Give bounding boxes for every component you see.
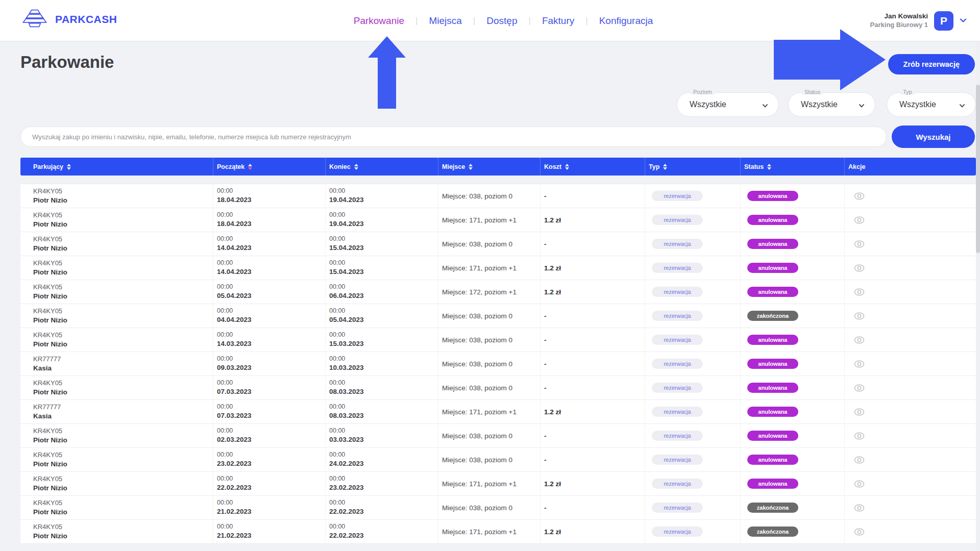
column-header[interactable]: Status	[740, 158, 844, 176]
cell-poczatek: 00:00 14.04.2023	[213, 232, 325, 256]
end-date: 19.04.2023	[329, 195, 438, 205]
cell-koniec: 00:00 23.02.2023	[325, 472, 438, 495]
cell-koniec: 00:00 06.04.2023	[325, 280, 438, 304]
view-details-eye-icon[interactable]	[853, 214, 976, 226]
cost-value: -	[544, 336, 645, 344]
filter-label: Status	[802, 89, 823, 95]
cell-koszt: -	[540, 352, 645, 375]
nav-item-parkowanie[interactable]: Parkowanie	[352, 15, 406, 27]
search-button[interactable]: Wyszukaj	[892, 126, 975, 148]
view-details-eye-icon[interactable]	[853, 286, 976, 298]
cell-poczatek: 00:00 05.04.2023	[213, 280, 325, 304]
sort-icon[interactable]	[248, 164, 252, 170]
column-label: Koszt	[544, 163, 561, 170]
user-info: Jan Kowalski Parking Biurowy 1	[870, 12, 928, 29]
view-details-eye-icon[interactable]	[853, 406, 976, 418]
status-badge: anulowana	[747, 263, 798, 273]
view-details-eye-icon[interactable]	[853, 190, 976, 202]
filter-select-status[interactable]: Status Wszystkie	[788, 92, 875, 117]
place-label: Miejsce: 171, poziom +1	[442, 480, 540, 488]
sort-icon[interactable]	[565, 164, 569, 170]
view-details-eye-icon[interactable]	[853, 382, 976, 394]
view-details-eye-icon[interactable]	[853, 238, 976, 250]
column-label: Początek	[217, 163, 244, 170]
cell-typ: rezerwacja	[645, 208, 740, 232]
column-header[interactable]: Typ	[645, 158, 740, 176]
filter-label: Poziom	[691, 89, 715, 95]
sort-icon[interactable]	[354, 164, 358, 170]
cell-koszt: -	[540, 496, 645, 519]
view-details-eye-icon[interactable]	[853, 262, 976, 274]
view-details-eye-icon[interactable]	[853, 478, 976, 490]
place-label: Miejsce: 038, poziom 0	[442, 504, 540, 512]
plate-number: KR4KY05	[33, 283, 213, 292]
view-details-eye-icon[interactable]	[853, 430, 976, 442]
cell-koniec: 00:00 05.04.2023	[325, 304, 438, 328]
end-time: 00:00	[329, 427, 438, 435]
view-details-eye-icon[interactable]	[853, 502, 976, 514]
table-row: KR4KY05 Piotr Nizio 00:00 04.04.2023 00:…	[20, 304, 976, 328]
start-date: 07.03.2023	[217, 411, 325, 420]
brand-name: PARKCASH	[55, 13, 117, 26]
search-input[interactable]	[20, 127, 887, 147]
cell-akcje	[844, 280, 976, 304]
cell-akcje	[844, 400, 976, 423]
nav-item-dostep[interactable]: Dostęp	[484, 15, 519, 27]
status-badge: zakończona	[747, 527, 798, 537]
cell-poczatek: 00:00 18.04.2023	[213, 184, 325, 208]
status-badge: anulowana	[747, 215, 798, 225]
view-details-eye-icon[interactable]	[853, 454, 976, 466]
chevron-down-icon	[762, 102, 768, 108]
filter-select-poziom[interactable]: Poziom Wszystkie	[677, 92, 779, 117]
filter-select-typ[interactable]: Typ Wszystkie	[887, 92, 976, 117]
cell-miejsce: Miejsce: 038, poziom 0	[438, 424, 540, 447]
start-date: 04.04.2023	[217, 315, 325, 324]
view-details-eye-icon[interactable]	[853, 334, 976, 346]
cell-parkujacy: KR4KY05 Piotr Nizio	[20, 424, 213, 447]
view-details-eye-icon[interactable]	[853, 526, 976, 538]
place-label: Miejsce: 038, poziom 0	[442, 384, 540, 392]
start-date: 09.03.2023	[217, 363, 325, 372]
cell-status: anulowana	[740, 448, 844, 471]
brand-logo[interactable]: PARKCASH	[21, 7, 117, 32]
column-label: Parkujący	[33, 163, 63, 170]
column-label: Koniec	[329, 163, 351, 170]
place-label: Miejsce: 172, poziom +1	[442, 288, 540, 296]
nav-item-konfiguracja[interactable]: Konfiguracja	[597, 15, 655, 27]
end-time: 00:00	[329, 498, 438, 507]
column-header[interactable]: Początek	[213, 158, 325, 176]
table-header-row: ParkującyPoczątekKoniecMiejsceKosztTypSt…	[20, 158, 976, 176]
column-header[interactable]: Miejsce	[438, 158, 540, 176]
page-scrollbar[interactable]	[976, 41, 980, 551]
view-details-eye-icon[interactable]	[853, 310, 976, 322]
column-header[interactable]: Koniec	[325, 158, 438, 176]
plate-number: KR4KY05	[33, 187, 213, 196]
sort-icon[interactable]	[469, 164, 473, 170]
start-date: 18.04.2023	[217, 195, 325, 205]
cell-parkujacy: KR4KY05 Piotr Nizio	[20, 208, 213, 232]
cell-akcje	[844, 496, 976, 519]
table-row: KR4KY05 Piotr Nizio 00:00 07.03.2023 00:…	[20, 376, 976, 400]
sort-icon[interactable]	[663, 164, 667, 170]
cell-parkujacy: KR4KY05 Piotr Nizio	[20, 496, 213, 519]
plate-number: KR4KY05	[33, 427, 213, 436]
make-reservation-button[interactable]: Zrób rezerwację	[888, 54, 975, 74]
cell-parkujacy: KR4KY05 Piotr Nizio	[20, 472, 213, 495]
start-time: 00:00	[217, 283, 325, 291]
start-time: 00:00	[217, 522, 325, 531]
column-label: Typ	[649, 163, 659, 170]
scrollbar-thumb[interactable]	[976, 85, 980, 253]
nav-item-faktury[interactable]: Faktury	[540, 15, 576, 27]
column-header[interactable]: Parkujący	[20, 158, 213, 176]
nav-item-miejsca[interactable]: Miejsca	[427, 15, 463, 27]
cell-typ: rezerwacja	[645, 256, 740, 280]
avatar[interactable]: P	[934, 11, 953, 31]
sort-icon[interactable]	[767, 164, 771, 170]
chevron-down-icon[interactable]	[960, 17, 967, 24]
column-header[interactable]: Koszt	[540, 158, 645, 176]
end-date: 10.03.2023	[329, 363, 438, 372]
view-details-eye-icon[interactable]	[853, 358, 976, 370]
cell-miejsce: Miejsce: 038, poziom 0	[438, 496, 540, 519]
sort-icon[interactable]	[67, 164, 71, 170]
cell-miejsce: Miejsce: 172, poziom +1	[438, 280, 540, 304]
